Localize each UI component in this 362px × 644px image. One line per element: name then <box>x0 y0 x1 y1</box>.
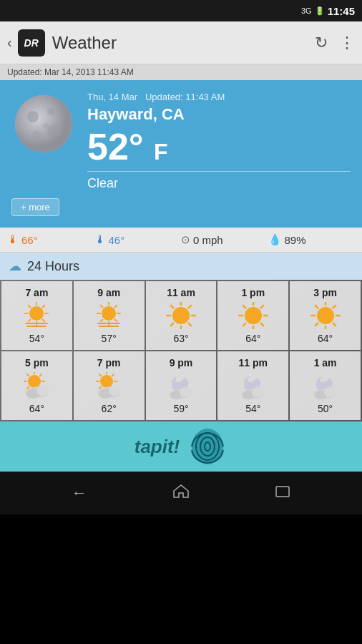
weather-main-card: Thu, 14 Mar Updated: 11:43 AM Hayward, C… <box>0 80 362 228</box>
svg-line-42 <box>243 323 246 326</box>
svg-line-26 <box>115 306 117 308</box>
weather-temperature: 52° F <box>87 128 351 165</box>
app-bar-actions: ↻ ⋮ <box>315 34 355 52</box>
hour-temp: 50° <box>318 403 333 414</box>
svg-line-62 <box>27 374 29 376</box>
hour-temp: 62° <box>102 403 117 414</box>
stat-low-temp: 🌡 46° <box>94 233 182 246</box>
svg-point-79 <box>109 386 122 396</box>
svg-point-82 <box>180 387 192 397</box>
svg-line-72 <box>99 387 101 389</box>
hour-cell[interactable]: 1 pm 64° <box>217 281 288 350</box>
hour-cell[interactable]: 11 pm 54° <box>217 351 288 420</box>
ad-banner[interactable]: tapit! <box>0 421 362 472</box>
network-indicator: 3G <box>301 6 312 15</box>
hourly-forecast-container: 7 am 54°9 am 57°11 am 63°1 pm 64°3 pm 64… <box>0 280 362 421</box>
hour-temp: 59° <box>173 403 188 414</box>
hour-time: 7 pm <box>97 357 121 369</box>
svg-line-64 <box>40 374 41 376</box>
svg-line-53 <box>315 306 318 308</box>
svg-rect-93 <box>276 487 289 497</box>
hour-temp: 63° <box>173 333 188 344</box>
hour-time: 9 am <box>97 287 120 298</box>
hour-time: 3 pm <box>313 287 337 298</box>
svg-point-38 <box>245 307 262 324</box>
svg-point-85 <box>252 387 265 397</box>
hour-weather-icon <box>91 301 127 330</box>
svg-line-60 <box>27 387 29 389</box>
hour-weather-icon <box>91 371 127 400</box>
weather-city: Hayward, CA <box>87 105 351 124</box>
hour-time: 9 pm <box>170 357 193 369</box>
svg-line-46 <box>260 306 263 308</box>
status-time: 11:45 <box>328 5 355 17</box>
hour-time: 11 pm <box>239 357 268 369</box>
stat-humidity: 💧 89% <box>268 233 356 246</box>
hour-temp: 57° <box>102 333 117 344</box>
back-button[interactable]: ‹ <box>7 34 12 51</box>
hour-time: 1 am <box>314 357 337 369</box>
hour-cell[interactable]: 7 pm 62° <box>74 351 145 420</box>
refresh-button[interactable]: ↻ <box>315 34 328 52</box>
nav-home-button[interactable] <box>172 484 190 502</box>
svg-point-4 <box>47 124 62 138</box>
svg-line-13 <box>29 306 31 308</box>
app-logo-text: DR <box>24 37 39 49</box>
app-bar: ‹ DR Weather ↻ ⋮ <box>0 21 362 64</box>
update-bar: Updated: Mar 14, 2013 11:43 AM <box>0 64 362 80</box>
wind-value: 0 mph <box>193 234 223 246</box>
svg-line-15 <box>43 306 45 308</box>
hour-weather-icon <box>163 371 199 400</box>
hour-weather-icon <box>163 301 199 330</box>
weather-icon-moon <box>11 92 76 156</box>
hour-temp: 64° <box>245 333 260 344</box>
nav-recents-button[interactable] <box>275 484 290 502</box>
ad-fingerprint-icon <box>188 427 228 467</box>
hour-cell[interactable]: 9 am 57° <box>74 281 145 350</box>
navigation-bar: ← <box>0 472 362 514</box>
stat-wind: ⊙ 0 mph <box>181 233 268 246</box>
hour-cell[interactable]: 3 pm 64° <box>290 281 361 350</box>
humidity-icon: 💧 <box>268 233 282 246</box>
hours-header-text: 24 Hours <box>27 259 79 274</box>
app-title: Weather <box>52 33 315 53</box>
svg-point-6 <box>43 123 49 129</box>
hour-cell[interactable]: 11 am 63° <box>146 281 217 350</box>
weather-info-panel: Thu, 14 Mar Updated: 11:43 AM Hayward, C… <box>87 92 351 191</box>
hour-cell[interactable]: 7 am 54° <box>1 281 72 350</box>
last-updated-text: Updated: Mar 14, 2013 11:43 AM <box>7 67 134 77</box>
more-menu-button[interactable]: ⋮ <box>339 34 355 52</box>
hour-weather-icon <box>19 371 54 400</box>
svg-line-40 <box>260 323 263 326</box>
weather-header-row: Thu, 14 Mar Updated: 11:43 AM Hayward, C… <box>11 92 351 191</box>
svg-point-47 <box>317 307 334 324</box>
hour-weather-icon <box>19 301 54 330</box>
svg-point-67 <box>36 386 49 396</box>
hours-section-header[interactable]: ☁ 24 Hours <box>0 253 362 280</box>
svg-point-88 <box>324 387 337 397</box>
nav-back-button[interactable]: ← <box>72 484 87 502</box>
svg-line-74 <box>99 374 101 376</box>
stat-high-temp: 🌡 66° <box>7 233 94 246</box>
weather-more-button[interactable]: + more <box>11 198 59 216</box>
hour-weather-icon <box>308 371 343 400</box>
svg-line-22 <box>101 320 103 322</box>
wind-icon: ⊙ <box>181 233 190 246</box>
status-bar: 3G 🔋 11:45 <box>0 0 362 21</box>
svg-line-24 <box>101 306 103 308</box>
svg-line-31 <box>189 323 192 326</box>
hour-weather-icon <box>308 301 343 330</box>
svg-line-35 <box>171 306 174 308</box>
svg-point-68 <box>100 375 113 388</box>
battery-icon: 🔋 <box>315 6 325 16</box>
hour-temp: 54° <box>245 403 260 414</box>
hour-cell[interactable]: 9 pm 59° <box>146 351 217 420</box>
stats-bar: 🌡 66° 🌡 46° ⊙ 0 mph 💧 89% <box>0 228 362 253</box>
hours-header-icon: ☁ <box>9 258 21 274</box>
ad-text: tapit! <box>134 436 180 458</box>
hour-cell[interactable]: 1 am 50° <box>290 351 361 420</box>
hour-temp: 64° <box>318 333 333 344</box>
hour-cell[interactable]: 5 pm 64° <box>1 351 72 420</box>
humidity-value: 89% <box>285 234 306 246</box>
svg-line-44 <box>243 306 246 308</box>
